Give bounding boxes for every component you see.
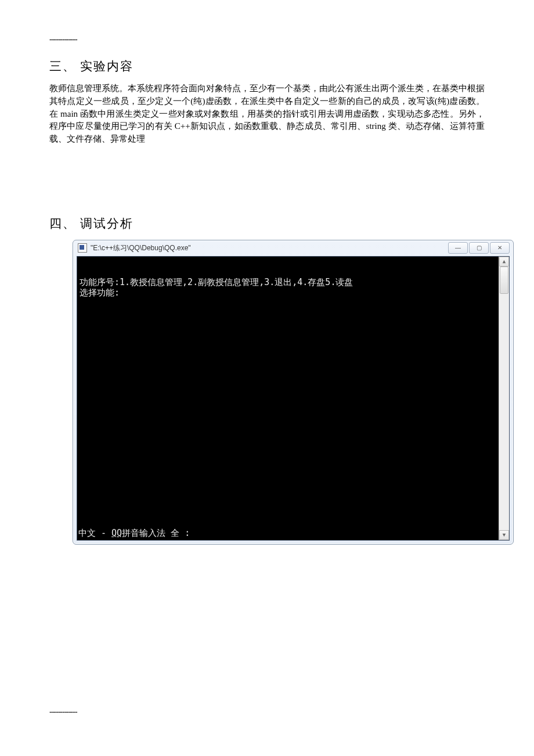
scroll-track[interactable] (499, 267, 509, 530)
window-frame: "E:\c++练习\QQ\Debug\QQ.exe" — ▢ ✕ 功能序号:1.… (73, 240, 514, 545)
window-title: "E:\c++练习\QQ\Debug\QQ.exe" (91, 243, 448, 253)
vertical-scrollbar[interactable]: ▲ ▼ (499, 257, 509, 540)
bottom-dash-marker: ------------- (49, 707, 485, 717)
app-icon (78, 243, 87, 253)
ime-status-bar: 中文 - QQ拼音输入法 全 : (78, 528, 190, 539)
console-line-2: 选择功能: (80, 288, 507, 298)
scroll-thumb[interactable] (500, 267, 508, 294)
document-page: ------------- 三、 实验内容 教师信息管理系统。本系统程序符合面向… (0, 0, 534, 751)
section-4-heading: 四、 调试分析 (49, 215, 485, 232)
section-3-body: 教师信息管理系统。本系统程序符合面向对象特点，至少有一个基类，由此公有派生出两个… (49, 82, 485, 146)
window-controls: — ▢ ✕ (448, 242, 510, 254)
console-text: 功能序号:1.教授信息管理,2.副教授信息管理,3.退出,4.存盘5.读盘选择功… (77, 257, 509, 319)
scroll-down-button[interactable]: ▼ (499, 530, 509, 540)
maximize-button[interactable]: ▢ (469, 242, 489, 254)
console-screenshot: "E:\c++练习\QQ\Debug\QQ.exe" — ▢ ✕ 功能序号:1.… (73, 240, 514, 545)
scroll-up-button[interactable]: ▲ (499, 257, 509, 267)
window-titlebar[interactable]: "E:\c++练习\QQ\Debug\QQ.exe" — ▢ ✕ (73, 240, 513, 256)
ime-prefix: 中文 - (78, 528, 111, 538)
close-button[interactable]: ✕ (490, 242, 510, 254)
top-dash-marker: ------------- (49, 35, 485, 44)
section-3-heading: 三、 实验内容 (49, 58, 485, 74)
console-line-1: 功能序号:1.教授信息管理,2.副教授信息管理,3.退出,4.存盘5.读盘 (80, 278, 507, 287)
ime-suffix: 拼音输入法 全 : (122, 528, 190, 538)
ime-qq: QQ (111, 528, 122, 538)
minimize-button[interactable]: — (448, 242, 468, 254)
console-body[interactable]: 功能序号:1.教授信息管理,2.副教授信息管理,3.退出,4.存盘5.读盘选择功… (77, 256, 510, 541)
